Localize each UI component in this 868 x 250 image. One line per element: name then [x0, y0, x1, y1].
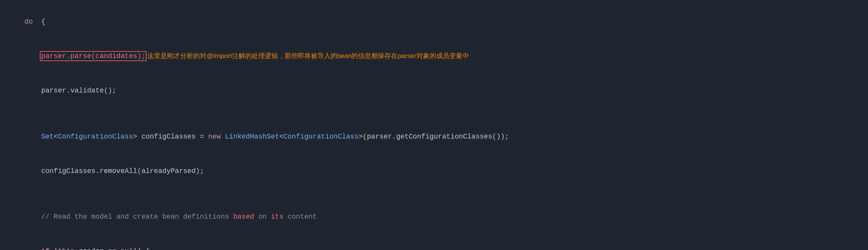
code-block: do { parser.parse(candidates); 这里是刚才分析的对… [0, 0, 868, 250]
code-line-5: Set<ConfigurationClass> configClasses = … [8, 120, 860, 154]
code-line-3: parser.validate(); [8, 74, 860, 108]
code-line-9: if (this.reader == null) { [8, 235, 860, 250]
code-line-7 [8, 188, 860, 200]
chinese-comment-1: 这里是刚才分析的对@Import注解的处理逻辑，那些即将被导入的bean的信息都… [145, 52, 469, 60]
code-line-4 [8, 108, 860, 120]
code-line-2: parser.parse(candidates); 这里是刚才分析的对@Impo… [8, 39, 860, 74]
code-line-1: do { [8, 5, 860, 39]
keyword-do: do [24, 18, 33, 26]
code-line-8: // Read the model and create bean defini… [8, 200, 860, 235]
code-line-6: configClasses.removeAll(alreadyParsed); [8, 154, 860, 188]
highlighted-code-1: parser.parse(candidates); [41, 52, 145, 60]
